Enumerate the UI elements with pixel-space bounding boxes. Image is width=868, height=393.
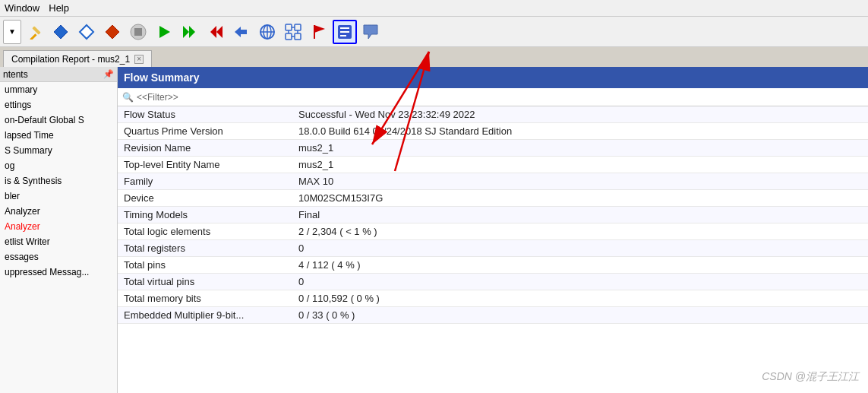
table-row: Top-level Entity Namemus2_1 bbox=[118, 157, 868, 173]
table-cell-value: 18.0.0 Build 614 04/24/2018 SJ Standard … bbox=[292, 123, 868, 140]
tab-label: Compilation Report - mus2_1 bbox=[11, 54, 130, 65]
table-cell-value: 4 / 112 ( 4 % ) bbox=[292, 257, 868, 274]
table-row: FamilyMAX 10 bbox=[118, 173, 868, 190]
table-cell-value: mus2_1 bbox=[292, 157, 868, 173]
summary-table: Flow StatusSuccessful - Wed Nov 23 23:32… bbox=[118, 106, 868, 324]
svg-marker-2 bbox=[54, 25, 68, 39]
table-cell-key: Total pins bbox=[118, 257, 292, 274]
toolbar-rewind-btn[interactable] bbox=[204, 20, 228, 44]
sidebar-item-settings[interactable]: ettings bbox=[0, 97, 117, 113]
table-cell-value: mus2_1 bbox=[292, 140, 868, 157]
toolbar-diamond-red-btn[interactable] bbox=[100, 20, 125, 44]
table-cell-key: Top-level Entity Name bbox=[118, 157, 292, 173]
sidebar-item-elapsed[interactable]: lapsed Time bbox=[0, 128, 117, 143]
sidebar-item-synthesis[interactable]: is & Synthesis bbox=[0, 173, 117, 189]
table-cell-key: Total virtual pins bbox=[118, 274, 292, 290]
table-cell-value: 0 bbox=[292, 240, 868, 257]
table-cell-key: Family bbox=[118, 173, 292, 190]
sidebar-item-netlist[interactable]: etlist Writer bbox=[0, 234, 117, 249]
compilation-report-tab[interactable]: Compilation Report - mus2_1 × bbox=[3, 50, 152, 67]
svg-rect-0 bbox=[30, 33, 36, 40]
filter-icon: 🔍 bbox=[122, 92, 134, 103]
table-cell-value: MAX 10 bbox=[292, 173, 868, 190]
toolbar-diamond-outline-btn[interactable] bbox=[74, 20, 99, 44]
table-cell-value: 2 / 2,304 ( < 1 % ) bbox=[292, 223, 868, 240]
toolbar: ▼ bbox=[0, 17, 868, 47]
toolbar-chat-btn[interactable] bbox=[358, 20, 383, 44]
menu-help[interactable]: Help bbox=[49, 2, 69, 14]
svg-marker-10 bbox=[216, 26, 223, 38]
table-row: Flow StatusSuccessful - Wed Nov 23 23:32… bbox=[118, 106, 868, 123]
table-cell-value: 10M02SCM153I7G bbox=[292, 190, 868, 207]
table-row: Embedded Multiplier 9-bit...0 / 33 ( 0 %… bbox=[118, 307, 868, 324]
toolbar-globe-btn[interactable] bbox=[255, 20, 279, 44]
sidebar-header-label: ntents bbox=[3, 69, 28, 80]
toolbar-active-btn[interactable] bbox=[333, 20, 357, 44]
sidebar-item-summary[interactable]: ummary bbox=[0, 82, 117, 97]
menu-bar: Window Help bbox=[0, 0, 868, 17]
sidebar-item-analyzer2[interactable]: Analyzer bbox=[0, 219, 117, 234]
svg-marker-3 bbox=[80, 25, 93, 39]
table-row: Total memory bits0 / 110,592 ( 0 % ) bbox=[118, 290, 868, 307]
svg-marker-12 bbox=[235, 27, 247, 37]
svg-rect-20 bbox=[295, 33, 301, 40]
table-cell-key: Timing Models bbox=[118, 207, 292, 223]
table-row: Total registers0 bbox=[118, 240, 868, 257]
table-row: Total virtual pins0 bbox=[118, 274, 868, 290]
table-cell-value: 0 / 110,592 ( 0 % ) bbox=[292, 290, 868, 307]
svg-rect-18 bbox=[295, 24, 301, 30]
table-row: Timing ModelsFinal bbox=[118, 207, 868, 223]
table-cell-key: Total memory bits bbox=[118, 290, 292, 307]
svg-marker-11 bbox=[210, 26, 216, 38]
table-cell-key: Device bbox=[118, 190, 292, 207]
flow-summary-title: Flow Summary bbox=[124, 71, 200, 84]
filter-bar: 🔍 <<Filter>> bbox=[118, 88, 868, 106]
svg-marker-26 bbox=[314, 25, 325, 33]
toolbar-arrow-btn[interactable] bbox=[229, 20, 254, 44]
table-row: Quartus Prime Version18.0.0 Build 614 04… bbox=[118, 123, 868, 140]
sidebar-header: ntents 📌 bbox=[0, 67, 117, 82]
toolbar-stop-btn[interactable] bbox=[126, 20, 150, 44]
table-row: Total pins4 / 112 ( 4 % ) bbox=[118, 257, 868, 274]
table-cell-key: Flow Status bbox=[118, 106, 292, 123]
toolbar-flag-btn[interactable] bbox=[307, 20, 331, 44]
toolbar-diamond-blue-btn[interactable] bbox=[49, 20, 73, 44]
svg-marker-4 bbox=[106, 25, 119, 39]
filter-text: <<Filter>> bbox=[137, 92, 178, 103]
toolbar-network-btn[interactable] bbox=[281, 20, 305, 44]
sidebar-item-analyzer1[interactable]: Analyzer bbox=[0, 204, 117, 219]
table-cell-key: Revision Name bbox=[118, 140, 292, 157]
svg-marker-9 bbox=[189, 26, 195, 38]
sidebar-item-nondefault[interactable]: on-Default Global S bbox=[0, 113, 117, 128]
table-cell-key: Total logic elements bbox=[118, 223, 292, 240]
toolbar-fastforward-btn[interactable] bbox=[178, 20, 202, 44]
sidebar-item-messages[interactable]: essages bbox=[0, 249, 117, 265]
sidebar: ntents 📌 ummary ettings on-Default Globa… bbox=[0, 67, 118, 393]
sidebar-item-suppressed[interactable]: uppressed Messag... bbox=[0, 265, 117, 280]
watermark: CSDN @混子王江江 bbox=[762, 370, 859, 384]
sidebar-item-ssummary[interactable]: S Summary bbox=[0, 143, 117, 158]
sidebar-item-bler[interactable]: bler bbox=[0, 189, 117, 204]
table-cell-value: 0 bbox=[292, 274, 868, 290]
table-row: Revision Namemus2_1 bbox=[118, 140, 868, 157]
table-cell-value: 0 / 33 ( 0 % ) bbox=[292, 307, 868, 324]
tab-bar: Compilation Report - mus2_1 × bbox=[0, 47, 868, 67]
svg-rect-1 bbox=[32, 26, 40, 34]
svg-rect-17 bbox=[286, 24, 292, 30]
table-row: Device10M02SCM153I7G bbox=[118, 190, 868, 207]
svg-rect-6 bbox=[134, 28, 142, 36]
toolbar-pencil-btn[interactable] bbox=[23, 20, 47, 44]
svg-rect-19 bbox=[286, 33, 292, 40]
sidebar-item-log[interactable]: og bbox=[0, 158, 117, 173]
flow-summary-header: Flow Summary bbox=[118, 67, 868, 88]
tab-close-btn[interactable]: × bbox=[134, 55, 144, 64]
menu-window[interactable]: Window bbox=[5, 2, 39, 14]
svg-marker-7 bbox=[159, 26, 170, 38]
toolbar-dropdown-btn[interactable]: ▼ bbox=[3, 20, 21, 44]
table-cell-value: Successful - Wed Nov 23 23:32:49 2022 bbox=[292, 106, 868, 123]
table-row: Total logic elements2 / 2,304 ( < 1 % ) bbox=[118, 223, 868, 240]
sidebar-pin-icon[interactable]: 📌 bbox=[103, 69, 114, 79]
table-cell-key: Quartus Prime Version bbox=[118, 123, 292, 140]
svg-marker-8 bbox=[183, 26, 189, 38]
toolbar-play-btn[interactable] bbox=[152, 20, 176, 44]
